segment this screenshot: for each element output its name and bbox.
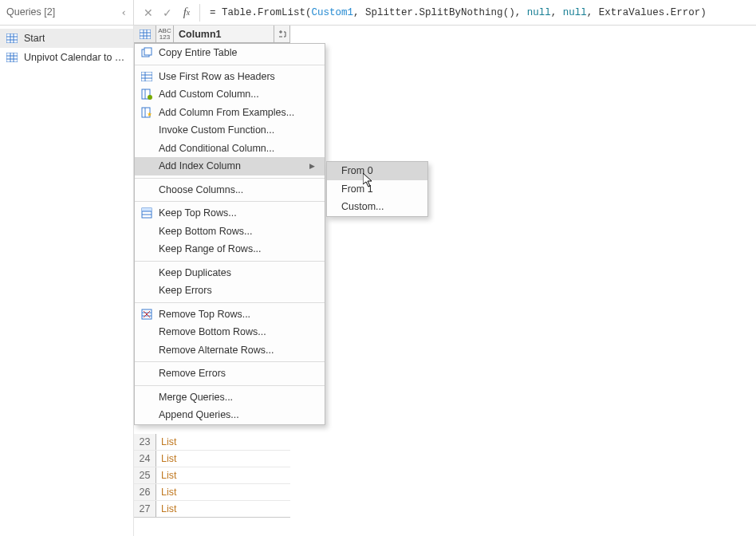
column-name: Column1 [174,29,274,40]
fx-icon[interactable]: fx [179,5,195,21]
menu-item-label: Add Custom Column... [159,89,317,100]
copy-icon [135,44,159,62]
menu-item-label: Keep Top Rows... [159,207,317,219]
submenu-item-label: From 1 [341,183,373,195]
submenu-item-label: Custom... [341,201,384,212]
table-row[interactable]: 24List [134,451,290,467]
menu-item-label: Use First Row as Headers [159,71,317,82]
cell-value: List [156,451,290,467]
table-icon [135,68,159,86]
blank-icon [135,181,159,199]
table-row[interactable]: 26List [134,484,290,501]
menu-item-label: Add Conditional Column... [159,143,317,154]
submenu-item[interactable]: From 0 [327,162,427,180]
menu-item[interactable]: Add Column From Examples... [135,104,325,122]
blank-icon [135,140,159,158]
cancel-formula-icon[interactable]: ✕ [140,5,156,21]
formula-input[interactable]: = Table.FromList(Custom1, Splitter.Split… [203,7,707,18]
svg-rect-28 [142,208,152,211]
cell-value: List [156,501,290,517]
menu-item-label: Add Column From Examples... [159,107,317,118]
blank-icon [135,264,159,282]
cell-value: List [156,484,290,500]
menu-item[interactable]: Copy Entire Table [135,44,325,62]
menu-item-label: Remove Top Rows... [159,309,317,320]
formula-bar-row: Queries [2] ‹ ✕ ✓ fx = Table.FromList(Cu… [0,0,756,26]
svg-rect-17 [141,72,152,81]
svg-rect-0 [6,34,18,43]
cell-value: List [156,467,290,483]
collapse-pane-icon[interactable]: ‹ [120,6,127,18]
blank-icon [135,223,159,241]
column-type-icon[interactable]: ABC123 [156,26,174,42]
submenu-item[interactable]: From 1 [327,180,427,199]
blank-icon [135,240,159,258]
query-item-label: Start [24,33,45,44]
blank-icon [135,157,159,175]
menu-item[interactable]: Append Queries... [135,406,325,424]
menu-item[interactable]: Keep Duplicates [135,264,325,282]
row-number: 27 [134,501,156,517]
menu-item[interactable]: Keep Bottom Rows... [135,223,325,241]
query-item[interactable]: Unpivot Calendar to T... [0,48,133,67]
query-item[interactable]: Start [0,29,133,48]
submenu-item[interactable]: Custom... [327,198,427,216]
menu-item-label: Merge Queries... [159,392,317,403]
menu-item[interactable]: Choose Columns... [135,181,325,199]
column-add-icon [135,85,159,104]
row-number: 24 [134,451,156,467]
menu-item[interactable]: Add Index Column▶ [135,157,325,175]
menu-item[interactable]: Add Conditional Column... [135,140,325,158]
table-row[interactable]: 25List [134,467,290,484]
menu-item-label: Add Index Column [159,160,307,171]
column-expand-icon[interactable] [274,26,289,42]
table-row[interactable]: 27List [134,501,290,518]
svg-rect-5 [6,53,18,62]
menu-item[interactable]: Keep Range of Rows... [135,240,325,258]
menu-separator [135,302,325,303]
menu-item[interactable]: Use First Row as Headers [135,68,325,86]
menu-item[interactable]: Invoke Custom Function... [135,121,325,140]
table-icon [6,34,18,43]
menu-item[interactable]: Remove Alternate Rows... [135,341,325,360]
queries-header-label: Queries [2] [6,6,55,18]
menu-item-label: Keep Errors [159,285,317,296]
blank-icon [135,365,159,383]
menu-item-label: Remove Alternate Rows... [159,345,317,356]
column-star-icon [135,104,159,122]
menu-item[interactable]: Keep Top Rows... [135,204,325,223]
menu-item-label: Keep Bottom Rows... [159,226,317,237]
menu-separator [135,201,325,202]
blank-icon [135,323,159,341]
formula-tools: ✕ ✓ fx [134,5,199,21]
submenu-arrow-icon: ▶ [307,162,317,170]
column-header[interactable]: ABC123 Column1 [134,26,290,43]
table-context-menu: Copy Entire TableUse First Row as Header… [134,43,325,425]
queries-pane-header: Queries [2] ‹ [0,0,134,26]
menu-separator [135,261,325,262]
menu-separator [135,361,325,362]
remove-rows-icon [135,305,159,324]
svg-rect-10 [140,30,151,39]
data-grid-area: ABC123 Column1 23List24List25List26List2… [134,26,756,536]
menu-item[interactable]: Merge Queries... [135,388,325,407]
menu-separator [135,178,325,179]
table-corner-icon[interactable] [134,26,156,42]
cell-value: List [156,434,290,450]
menu-item[interactable]: Add Custom Column... [135,85,325,104]
table-row[interactable]: 23List [134,434,290,451]
menu-item[interactable]: Remove Errors [135,365,325,383]
keep-rows-icon [135,204,159,223]
menu-item[interactable]: Remove Top Rows... [135,305,325,324]
blank-icon [135,282,159,300]
blank-icon [135,406,159,424]
queries-pane: Start Unpivot Calendar to T... [0,26,134,536]
menu-item[interactable]: Keep Errors [135,282,325,300]
row-number: 26 [134,484,156,500]
menu-item[interactable]: Remove Bottom Rows... [135,323,325,341]
menu-item-label: Keep Range of Rows... [159,243,317,254]
add-index-column-submenu: From 0From 1Custom... [326,161,428,217]
commit-formula-icon[interactable]: ✓ [159,5,175,21]
menu-separator [135,385,325,386]
menu-item-label: Invoke Custom Function... [159,124,317,136]
